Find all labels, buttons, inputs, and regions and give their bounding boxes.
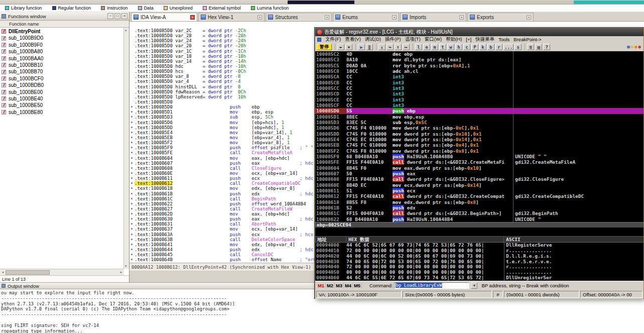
command-input[interactable]: bp LoadLibraryExW <box>394 282 469 289</box>
debug-disasm-row[interactable]: 100085CCCCint3 <box>315 85 643 91</box>
tab-close-icon[interactable]: × <box>527 15 531 20</box>
more-panels-button[interactable]: ... <box>503 44 513 50</box>
navband-segment[interactable] <box>354 1 574 4</box>
function-item[interactable]: fsub_1000BAA0 <box>0 55 129 62</box>
hex-row[interactable]: 0009405000 00 00 00|00 00 00 00|00 00 00… <box>315 270 643 275</box>
scrollbar-thumb[interactable] <box>6 270 50 275</box>
debug-disasm-row[interactable]: 100085E4C745 EC 010000mov dword ptr ss:[… <box>315 137 643 142</box>
debug-disasm-row[interactable]: 100085EBC745 FC 010000mov dword ptr ss:[… <box>315 142 643 148</box>
blue-indicator[interactable]: ■ <box>627 44 629 50</box>
step-over-button[interactable]: ↪ <box>387 44 394 50</box>
function-item[interactable]: fsub_1000BB70 <box>0 68 129 75</box>
debugger-disassembly-pane[interactable]: 100085C24Ddec ebp100085C38A10mov dl,byte… <box>315 51 643 222</box>
menu-item[interactable]: 快捷菜单 <box>475 36 494 43</box>
debug-disasm-row[interactable]: 100085CBCCint3 <box>315 80 643 85</box>
function-name-column-header[interactable]: Function name <box>0 21 129 28</box>
debug-disasm-row[interactable]: 100086188B55 F8mov edx,dword ptr ss:[ebp… <box>315 199 643 205</box>
hex-row[interactable]: 0009404072 00 00 00|00 00 00 00|00 00 00… <box>315 264 643 270</box>
debug-disasm-row[interactable]: 100086048B45 F0mov eax,dword ptr ss:[ebp… <box>315 165 643 171</box>
tab-hex-view-1[interactable]: Hex View-1× <box>198 13 265 21</box>
debug-disasm-row[interactable]: 100085F968 B0480A10push HaI9UsN.100A48B0… <box>315 154 643 159</box>
function-item[interactable]: fsub_1000BE80 <box>0 109 129 116</box>
threads-button[interactable]: t <box>439 44 446 50</box>
debug-disasm-row[interactable]: 100085C5D0AD 0Aror byte ptr ss:[ebp+0xA]… <box>315 63 643 68</box>
menu-item[interactable]: [+] <box>466 37 471 42</box>
function-item[interactable]: fsub_1000B9F0 <box>0 42 129 48</box>
yellow-indicator[interactable]: ● <box>631 44 633 50</box>
source-button[interactable]: s <box>514 44 522 50</box>
memo-tab-m4[interactable]: M4 <box>344 283 353 288</box>
debug-disasm-row[interactable]: 100085C24Ddec ebp <box>315 51 643 57</box>
debug-disasm-row[interactable]: 1000860750push eax <box>315 171 643 176</box>
tab-structures[interactable]: Structures× <box>266 13 332 21</box>
restart-button[interactable]: ↞ <box>337 44 344 50</box>
hex-row[interactable]: 0009401072 00 00 00|00 00 00 00|00 00 00… <box>315 248 643 254</box>
tab-enums[interactable]: Enums× <box>333 13 399 21</box>
debug-disasm-row[interactable]: 100085CECCint3 <box>315 97 643 102</box>
scroll-up-icon[interactable]: ▴ <box>125 28 127 32</box>
function-item[interactable]: fsub_1000BDB0 <box>0 82 129 88</box>
breakpoints-button[interactable]: b <box>487 44 494 50</box>
menu-item[interactable]: 帮助(H) <box>446 36 462 43</box>
tab-ida-view-a[interactable]: IDA View-A× <box>131 13 197 21</box>
menu-item[interactable]: 调试(D) <box>365 36 381 43</box>
functions-horizontal-scrollbar[interactable]: ◂ ▸ <box>0 269 124 275</box>
navigation-band[interactable] <box>288 1 644 4</box>
call-stack-button[interactable]: k <box>479 44 486 50</box>
tab-close-icon[interactable]: × <box>257 15 262 20</box>
debug-disasm-row[interactable]: 100085C38A10mov dl,byte ptr ds:[eax] <box>315 57 643 62</box>
debug-disasm-row[interactable]: 100085DDC745 F0 010000mov dword ptr ss:[… <box>315 131 643 137</box>
windows-button[interactable]: w <box>447 44 454 50</box>
debug-disasm-row[interactable]: 100085CACCint3 <box>315 74 643 79</box>
debug-disasm-row[interactable]: 100085D6C745 F4 010000mov dword ptr ss:[… <box>315 125 643 131</box>
debug-disasm-row[interactable]: 10008608FF15 F84E0A10call dword ptr ds:[… <box>315 176 643 182</box>
help-button[interactable]: ? <box>543 44 550 50</box>
function-item[interactable]: fsub_1000BE50 <box>0 102 129 108</box>
debug-disasm-row[interactable]: 100085F2C745 F8 010000mov dword ptr ss:[… <box>315 148 643 154</box>
tab-exports[interactable]: Exports× <box>467 13 534 21</box>
float-button[interactable]: ▫ <box>107 13 113 19</box>
menu-item[interactable]: 查看(V) <box>345 36 361 43</box>
functions-window-titlebar[interactable]: Functions window ▫ □ × <box>0 12 129 21</box>
pause-execution-button[interactable]: ‖ <box>366 44 373 50</box>
maximize-button[interactable]: □ <box>114 13 120 19</box>
debug-disasm-row[interactable]: 100085D18BECmov ebp,esp <box>315 114 643 120</box>
pause-button[interactable]: 暂停 <box>317 44 332 50</box>
function-item[interactable]: fsub_1000BCF0 <box>0 75 129 82</box>
memo-tab-m5[interactable]: M5 <box>353 283 362 288</box>
debug-disasm-row[interactable]: 100085C810CCadc ah,cl <box>315 68 643 74</box>
appearance-button[interactable]: ▤ <box>535 44 542 50</box>
close-process-button[interactable]: × <box>345 44 352 50</box>
debug-disasm-row[interactable]: 1000860E8B4D ECmov ecx,dword ptr ss:[ebp… <box>315 182 643 188</box>
red-indicator[interactable]: ● <box>638 44 641 50</box>
tab-close-icon[interactable]: × <box>392 15 397 20</box>
debug-disasm-row[interactable]: 1000861CFF15 004F0A10call dword ptr ds:[… <box>315 210 643 216</box>
memo-tab-m3[interactable]: M3 <box>335 283 344 288</box>
memo-tab-m2[interactable]: M2 <box>326 283 335 288</box>
menu-item[interactable]: 选项(T) <box>405 36 421 43</box>
tab-close-icon[interactable]: × <box>190 15 195 20</box>
debug-disasm-row[interactable]: 1000861151push ecx <box>315 188 643 193</box>
hex-dump-pane[interactable]: 0009400044 6C 6C 52|65 67 69 73|74 65 72… <box>315 243 643 281</box>
cpu-button[interactable]: c <box>463 44 470 50</box>
menu-item[interactable]: 窗口(W) <box>425 36 442 43</box>
tab-close-icon[interactable]: × <box>459 15 464 20</box>
function-item[interactable]: fDllEntryPoint <box>0 28 129 35</box>
dropdown-button[interactable]: ▼ <box>471 282 477 289</box>
execute-till-return-button[interactable]: ↑ <box>395 44 402 50</box>
hex-row[interactable]: 0009403074 00 65 00|72 00 53 00|65 00 72… <box>315 259 643 265</box>
scroll-right-icon[interactable]: ▸ <box>118 270 124 274</box>
handles-button[interactable]: h <box>455 44 462 50</box>
debugger-titlebar[interactable]: 吾爱破解 - regsvr32.exe - [LCG - 主线程, 模块 - H… <box>315 28 643 36</box>
references-button[interactable]: r <box>495 44 502 50</box>
patches-button[interactable]: P <box>471 44 478 50</box>
navband-segment[interactable] <box>288 1 354 4</box>
log-button[interactable]: l <box>415 44 422 50</box>
navband-segment[interactable] <box>574 1 644 4</box>
tab-imports[interactable]: Imports× <box>400 13 466 21</box>
functions-vertical-scrollbar[interactable]: ▴ ▾ <box>123 28 129 269</box>
debug-disasm-row[interactable]: 1000862268 B4480A10push HaI9UsN.100A48B4… <box>315 216 643 222</box>
function-item[interactable]: fsub_1000BE00 <box>0 89 129 95</box>
memory-button[interactable]: m <box>431 44 438 50</box>
debug-disasm-row[interactable]: 100085CFCCint3 <box>315 102 643 108</box>
